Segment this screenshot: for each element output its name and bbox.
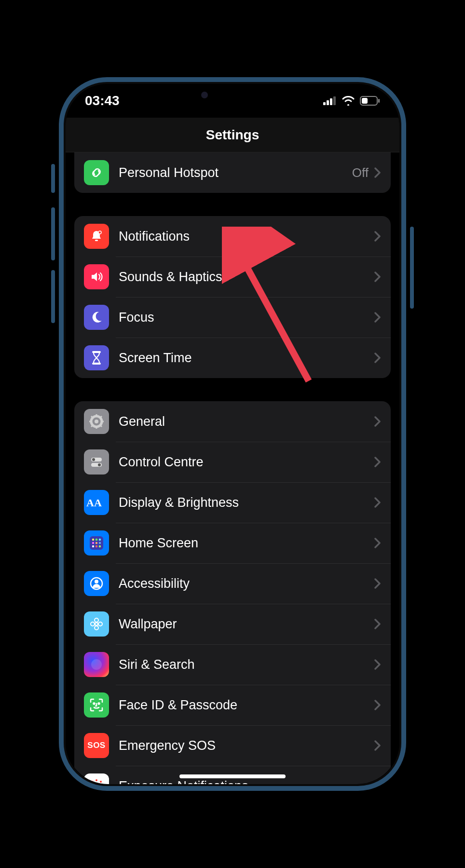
notch <box>172 84 293 105</box>
svg-point-44 <box>94 703 95 705</box>
svg-point-38 <box>95 623 98 625</box>
row-label: Notifications <box>119 229 374 244</box>
status-time: 03:43 <box>85 93 120 108</box>
settings-row-wallpaper[interactable]: Wallpaper <box>74 604 391 644</box>
svg-point-37 <box>95 580 98 583</box>
battery-icon <box>360 96 380 106</box>
settings-row-home-screen[interactable]: Home Screen <box>74 523 391 563</box>
settings-row-display-brightness[interactable]: AADisplay & Brightness <box>74 482 391 523</box>
row-value: Off <box>352 165 369 180</box>
row-label: Wallpaper <box>119 617 374 632</box>
svg-point-35 <box>99 545 101 547</box>
row-label: Siri & Search <box>119 657 374 672</box>
chevron-right-icon <box>374 416 381 427</box>
settings-row-screen-time[interactable]: Screen Time <box>74 338 391 378</box>
nav-header: Settings <box>66 118 399 152</box>
bell-icon <box>84 224 109 249</box>
svg-point-39 <box>95 618 98 622</box>
settings-group: Personal HotspotOff <box>74 152 391 193</box>
svg-point-46 <box>94 783 99 784</box>
mute-switch <box>51 164 55 193</box>
power-button <box>410 227 414 309</box>
status-icons <box>323 96 380 106</box>
settings-row-control-centre[interactable]: Control Centre <box>74 442 391 482</box>
svg-point-7 <box>98 231 101 234</box>
svg-point-22 <box>92 458 95 461</box>
chevron-right-icon <box>374 497 381 508</box>
wifi-icon <box>342 96 355 106</box>
aa-icon: AA <box>84 490 109 515</box>
volume-up-button <box>51 207 55 260</box>
volume-down-button <box>51 270 55 323</box>
svg-rect-3 <box>333 96 336 105</box>
chevron-right-icon <box>374 271 381 282</box>
chevron-right-icon <box>374 659 381 670</box>
row-label: Display & Brightness <box>119 495 374 510</box>
row-label: Exposure Notifications <box>119 779 374 785</box>
chevron-right-icon <box>374 457 381 467</box>
grid-icon <box>84 530 109 556</box>
settings-row-face-id-passcode[interactable]: Face ID & Passcode <box>74 685 391 725</box>
faceid-icon <box>84 692 109 718</box>
svg-point-33 <box>92 545 94 547</box>
svg-point-30 <box>92 542 94 544</box>
settings-row-siri-search[interactable]: Siri & Search <box>74 644 391 685</box>
phone-frame: 03:43 <box>59 77 406 791</box>
person-icon <box>84 571 109 596</box>
svg-rect-2 <box>330 98 332 105</box>
svg-point-42 <box>98 622 102 626</box>
settings-row-personal-hotspot[interactable]: Personal HotspotOff <box>74 152 391 193</box>
row-label: Sounds & Haptics <box>119 270 374 285</box>
sos-icon: SOS <box>84 733 109 758</box>
svg-rect-0 <box>323 102 326 105</box>
row-label: General <box>119 414 374 429</box>
row-label: Focus <box>119 310 374 325</box>
row-label: Control Centre <box>119 455 374 470</box>
chevron-right-icon <box>374 231 381 242</box>
row-label: Home Screen <box>119 536 374 551</box>
svg-point-24 <box>98 463 101 466</box>
moon-icon <box>84 305 109 330</box>
chevron-right-icon <box>374 740 381 751</box>
settings-row-general[interactable]: General <box>74 401 391 442</box>
chevron-right-icon <box>374 700 381 710</box>
svg-point-32 <box>99 542 101 544</box>
svg-text:AA: AA <box>86 497 102 509</box>
chevron-right-icon <box>374 167 381 178</box>
chevron-right-icon <box>374 353 381 363</box>
settings-row-notifications[interactable]: Notifications <box>74 216 391 257</box>
home-indicator[interactable] <box>179 774 286 778</box>
row-label: Personal Hotspot <box>119 165 352 180</box>
link-icon <box>84 160 109 185</box>
settings-row-focus[interactable]: Focus <box>74 297 391 338</box>
speaker-icon <box>84 264 109 289</box>
chevron-right-icon <box>374 578 381 589</box>
svg-point-51 <box>91 781 93 783</box>
svg-point-47 <box>96 779 97 781</box>
siri-icon <box>84 652 109 677</box>
chevron-right-icon <box>374 538 381 548</box>
svg-point-45 <box>98 703 100 705</box>
cellular-icon <box>323 96 337 105</box>
settings-group: NotificationsSounds & HapticsFocusScreen… <box>74 216 391 378</box>
page-title: Settings <box>206 127 259 143</box>
flower-icon <box>84 611 109 637</box>
settings-row-accessibility[interactable]: Accessibility <box>74 563 391 604</box>
svg-point-12 <box>95 420 98 423</box>
svg-point-40 <box>95 626 98 630</box>
settings-group: GeneralControl CentreAADisplay & Brightn… <box>74 401 391 784</box>
chevron-right-icon <box>374 781 381 784</box>
settings-list[interactable]: Personal HotspotOffNotificationsSounds &… <box>66 152 399 784</box>
settings-row-emergency-sos[interactable]: SOSEmergency SOS <box>74 725 391 766</box>
toggles-icon <box>84 449 109 475</box>
svg-rect-1 <box>327 100 329 105</box>
row-label: Screen Time <box>119 351 374 366</box>
svg-rect-5 <box>378 99 380 103</box>
chevron-right-icon <box>374 619 381 629</box>
svg-point-29 <box>99 539 101 541</box>
svg-point-28 <box>96 539 97 541</box>
svg-rect-6 <box>362 98 368 104</box>
svg-rect-9 <box>92 351 101 353</box>
chevron-right-icon <box>374 312 381 323</box>
settings-row-sounds-haptics[interactable]: Sounds & Haptics <box>74 257 391 297</box>
